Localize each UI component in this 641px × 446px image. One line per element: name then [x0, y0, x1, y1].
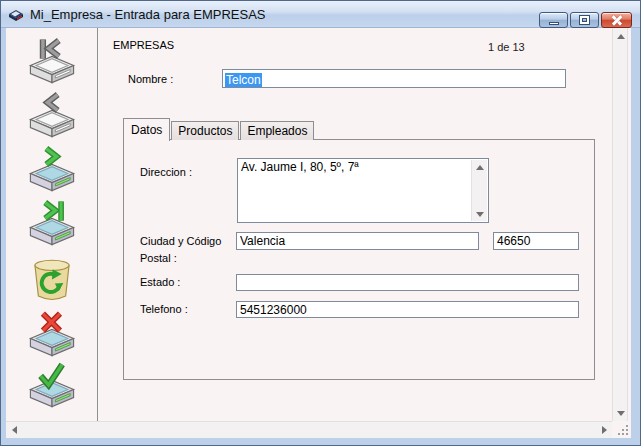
resize-grip-icon [617, 424, 629, 436]
horizontal-scrollbar[interactable] [6, 421, 612, 438]
tab-bar: Datos Productos Empleados [123, 117, 315, 140]
scroll-down-arrow[interactable] [613, 405, 629, 421]
previous-record-button[interactable] [24, 90, 80, 140]
nombre-selected-text: Telcon [225, 73, 262, 87]
estado-input[interactable] [236, 274, 579, 291]
first-record-button[interactable] [24, 36, 80, 86]
codigo-postal-input[interactable] [493, 232, 579, 250]
tab-datos[interactable]: Datos [123, 118, 170, 141]
client-area: EMPRESAS 1 de 13 Nombre : Telcon Datos P… [6, 28, 631, 438]
maximize-icon [580, 16, 589, 24]
nav-next-icon [24, 144, 80, 194]
tab-productos[interactable]: Productos [171, 121, 239, 140]
next-record-button[interactable] [24, 144, 80, 194]
nav-last-icon [24, 198, 80, 248]
scroll-down-arrow[interactable] [472, 207, 487, 221]
tab-empleados[interactable]: Empleados [240, 121, 314, 140]
direccion-value: Av. Jaume I, 80, 5º, 7ª [241, 160, 468, 174]
minimize-icon [549, 22, 559, 25]
datos-tab-panel: Direccion : Av. Jaume I, 80, 5º, 7ª Ciud… [123, 139, 595, 380]
app-icon [8, 6, 24, 22]
entity-title: EMPRESAS [113, 39, 174, 51]
ciudad-input[interactable] [236, 232, 479, 250]
delete-record-button[interactable] [24, 254, 80, 304]
nombre-input[interactable]: Telcon [222, 69, 566, 88]
ciudad-codigo-postal-label: Ciudad y Código Postal : [140, 233, 240, 267]
direccion-scrollbar[interactable] [471, 160, 487, 221]
delete-trash-icon [24, 254, 80, 304]
confirm-check-icon [24, 360, 80, 410]
nombre-label: Nombre : [128, 73, 173, 85]
close-icon [611, 15, 623, 25]
navigator-toolbar [6, 28, 98, 421]
resize-grip[interactable] [612, 421, 631, 438]
titlebar: Mi_Empresa - Entrada para EMPRESAS [1, 1, 640, 28]
scroll-up-arrow[interactable] [472, 160, 487, 174]
telefono-input[interactable] [236, 301, 579, 318]
vertical-scrollbar[interactable] [612, 28, 628, 421]
scroll-left-arrow[interactable] [6, 422, 22, 438]
telefono-label: Telefono : [140, 303, 188, 315]
close-button[interactable] [601, 12, 632, 28]
nav-previous-icon [24, 90, 80, 140]
direccion-label: Direccion : [140, 166, 192, 178]
cancel-x-icon [24, 309, 80, 359]
scroll-right-arrow[interactable] [596, 422, 612, 438]
record-counter: 1 de 13 [488, 41, 525, 53]
window-title: Mi_Empresa - Entrada para EMPRESAS [30, 7, 266, 22]
app-window: Mi_Empresa - Entrada para EMPRESAS [0, 0, 641, 446]
cancel-changes-button[interactable] [24, 309, 80, 359]
direccion-textarea[interactable]: Av. Jaume I, 80, 5º, 7ª [237, 158, 489, 223]
confirm-changes-button[interactable] [24, 360, 80, 410]
last-record-button[interactable] [24, 198, 80, 248]
estado-label: Estado : [140, 276, 180, 288]
minimize-button[interactable] [539, 12, 568, 28]
nav-first-icon [24, 36, 80, 86]
maximize-button[interactable] [570, 12, 599, 28]
scroll-up-arrow[interactable] [613, 28, 629, 44]
